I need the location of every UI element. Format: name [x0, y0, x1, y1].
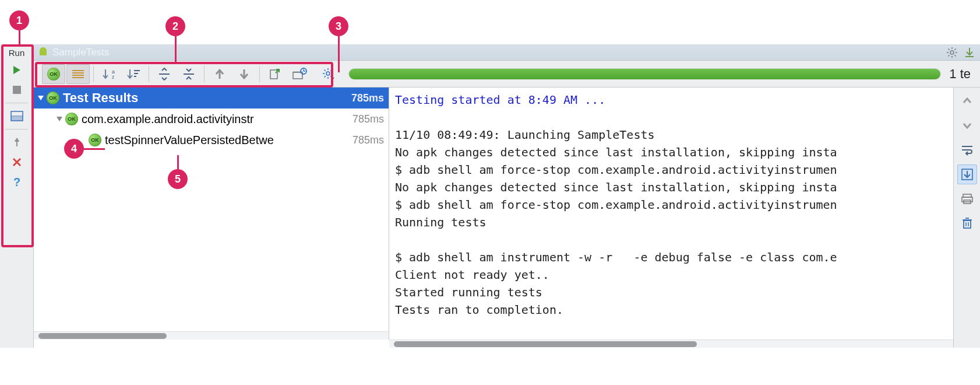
tree-root-label: Test Results: [63, 90, 138, 106]
disclosure-icon: [38, 96, 44, 100]
tree-root-time: 785ms: [348, 92, 384, 104]
svg-rect-57: [964, 220, 971, 228]
sort-alphabetically-button[interactable]: az: [97, 64, 121, 84]
console-pane: Testing started at 8:49 AM ... 11/10 08:…: [389, 88, 980, 340]
main-area: SampleTests OK: [34, 44, 980, 348]
svg-line-14: [954, 55, 956, 56]
svg-rect-3: [11, 117, 23, 121]
layout-button[interactable]: [8, 108, 26, 124]
run-tool-window: Run ? SampleTests: [0, 44, 980, 348]
tree-root-row[interactable]: OK Test Results 785ms: [34, 88, 389, 108]
stop-button[interactable]: [8, 82, 26, 98]
clear-all-button[interactable]: [957, 214, 977, 233]
test-progress-bar: [348, 68, 941, 80]
collapse-all-button[interactable]: [177, 64, 200, 84]
svg-point-41: [326, 72, 330, 75]
tree-package-time: 785ms: [349, 113, 384, 125]
rerun-button[interactable]: [8, 62, 26, 78]
svg-rect-34: [270, 70, 277, 79]
test-count-label: 1 te: [949, 66, 975, 82]
next-failed-button[interactable]: [232, 64, 256, 84]
callout-5: 5: [168, 169, 188, 189]
android-icon: [38, 47, 48, 58]
console-horizontal-scrollbar[interactable]: [389, 340, 953, 348]
import-results-button[interactable]: [288, 64, 311, 84]
scroll-to-end-button[interactable]: [957, 164, 977, 184]
svg-point-8: [950, 51, 954, 54]
svg-marker-50: [331, 78, 334, 80]
download-icon[interactable]: [964, 47, 975, 58]
ok-badge-icon: OK: [65, 113, 78, 125]
svg-line-46: [325, 69, 326, 71]
callout-3: 3: [329, 16, 348, 36]
sort-by-duration-button[interactable]: [122, 64, 145, 84]
svg-line-48: [330, 69, 332, 71]
tree-test-row[interactable]: OK testSpinnerValuePersistedBetwe 785ms: [34, 130, 389, 150]
callout-line-5: [177, 155, 179, 169]
console-first-line: Testing started at 8:49 AM ...: [395, 93, 605, 107]
callout-line-3: [338, 36, 340, 72]
body-split: OK Test Results 785ms OK com.example.and…: [34, 88, 980, 340]
svg-text:?: ?: [13, 176, 20, 188]
svg-rect-1: [13, 86, 21, 94]
callout-line-2: [175, 36, 177, 62]
tree-test-label: testSpinnerValuePersistedBetwe: [105, 134, 274, 147]
svg-line-13: [949, 48, 950, 50]
test-tree-pane: OK Test Results 785ms OK com.example.and…: [34, 88, 389, 340]
test-toolbar: OK az: [34, 61, 980, 88]
test-settings-button[interactable]: [317, 64, 340, 84]
scrollbar-thumb[interactable]: [394, 341, 697, 347]
svg-marker-0: [13, 66, 20, 74]
pin-button[interactable]: [8, 134, 26, 150]
console-right-gutter: [953, 88, 980, 340]
callout-2: 2: [165, 16, 185, 36]
callout-line-4: [84, 148, 105, 150]
show-ignored-toggle[interactable]: [66, 64, 90, 84]
svg-line-15: [954, 48, 956, 50]
close-button[interactable]: [8, 154, 26, 170]
test-tree[interactable]: OK Test Results 785ms OK com.example.and…: [34, 88, 389, 331]
scroll-up-button[interactable]: [957, 91, 977, 111]
svg-line-16: [949, 55, 950, 56]
configuration-title: SampleTests: [52, 47, 109, 58]
console-body: 11/10 08:49:49: Launching SampleTests No…: [395, 128, 837, 317]
left-gutter: Run ?: [0, 44, 34, 348]
tree-package-label: com.example.android.activityinstr: [82, 113, 254, 126]
callout-line-1: [19, 30, 20, 44]
help-button[interactable]: ?: [8, 174, 26, 190]
settings-gear-icon[interactable]: [946, 47, 958, 58]
soft-wrap-button[interactable]: [957, 140, 977, 160]
expand-all-button[interactable]: [153, 64, 176, 84]
run-tab-label[interactable]: Run: [0, 47, 33, 58]
scroll-down-button[interactable]: [957, 116, 977, 135]
show-passed-toggle[interactable]: OK: [42, 64, 65, 84]
disclosure-icon: [57, 117, 62, 121]
progress-fill: [349, 69, 940, 79]
callout-1: 1: [9, 10, 29, 30]
tree-horizontal-scrollbar[interactable]: [34, 331, 389, 340]
previous-failed-button[interactable]: [208, 64, 231, 84]
gutter-separator: [5, 103, 29, 103]
tree-test-time: 785ms: [349, 134, 384, 146]
ok-badge-icon: OK: [47, 92, 59, 104]
svg-line-47: [330, 76, 332, 77]
console-output[interactable]: Testing started at 8:49 AM ... 11/10 08:…: [389, 88, 953, 340]
svg-text:z: z: [112, 74, 115, 80]
export-results-button[interactable]: [263, 64, 287, 84]
svg-line-49: [325, 76, 326, 77]
print-button[interactable]: [957, 189, 977, 209]
gutter-separator-2: [5, 129, 29, 130]
ok-badge-icon: OK: [89, 134, 101, 146]
tree-package-row[interactable]: OK com.example.android.activityinstr 785…: [34, 108, 389, 130]
callout-4: 4: [64, 139, 84, 159]
ok-badge-icon: OK: [47, 68, 60, 80]
scrollbar-thumb[interactable]: [38, 333, 167, 339]
